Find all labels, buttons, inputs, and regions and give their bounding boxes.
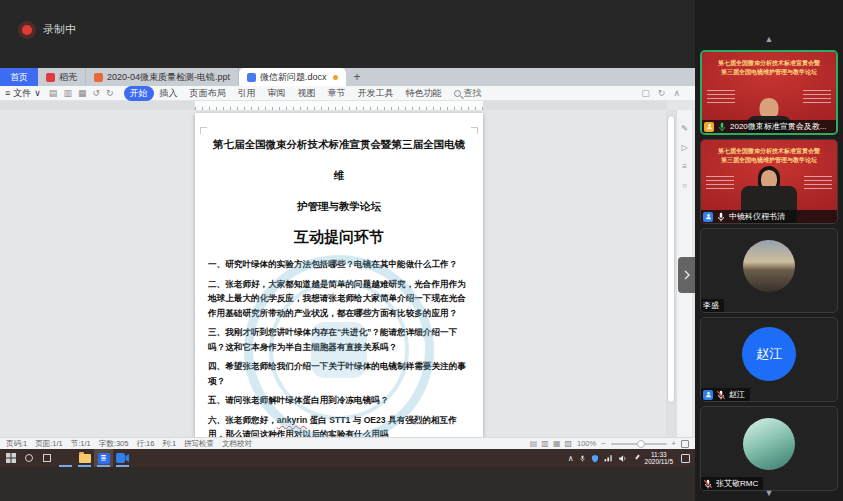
web-layout-icon[interactable]: ▦ [553, 439, 561, 448]
doc-subtitle: 互动提问环节 [208, 222, 470, 252]
status-section: 节:1/1 [71, 439, 91, 449]
participant-4-namebar: 赵江 [701, 388, 750, 401]
ribbon-tab-page-layout[interactable]: 页面布局 [184, 86, 232, 101]
ribbon-tab-view[interactable]: 视图 [292, 86, 322, 101]
ribbon-tab-special-features[interactable]: 特色功能 [400, 86, 448, 101]
participant-tile-5[interactable]: 张艾敬RMC [700, 406, 838, 491]
collapse-ribbon-icon[interactable]: ∧ [673, 88, 680, 98]
file-menu[interactable]: ≡ 文件 ∨ [5, 87, 41, 100]
wps-office-icon: ≣ [98, 453, 110, 464]
status-wordcount[interactable]: 字数:305 [99, 439, 129, 449]
question-6-pre: 六、张老师您好， [208, 415, 277, 425]
sidebar-collapse-handle[interactable] [678, 257, 695, 293]
tray-expand-icon[interactable]: ∧ [568, 454, 574, 463]
tab-ppt-label: 2020-04微束质量检测-电镜.ppt [107, 71, 230, 84]
preview-icon[interactable]: ▦ [78, 88, 87, 98]
participant-tile-3[interactable]: 李盛 [700, 228, 838, 313]
history-clock-icon[interactable]: ○ [682, 181, 687, 190]
tray-security-shield-icon[interactable] [591, 454, 599, 463]
wps-window: 首页 稻壳 2020-04微束质量检测-电镜.ppt 微信新问题.docx + … [0, 68, 695, 449]
cortana-circle-icon [25, 454, 33, 462]
mic-muted-icon [716, 390, 726, 400]
tab-docer-label: 稻壳 [59, 71, 77, 84]
banner-small-text-left [707, 90, 735, 106]
zoom-out-button[interactable]: − [601, 439, 605, 448]
tab-ppt-document[interactable]: 2020-04微束质量检测-电镜.ppt [86, 68, 239, 86]
participant-tile-4[interactable]: 赵江 赵江 [700, 317, 838, 402]
start-button[interactable] [2, 449, 20, 467]
ribbon-tab-insert[interactable]: 插入 [154, 86, 184, 101]
zoom-slider-knob[interactable] [637, 440, 645, 448]
zoom-in-button[interactable]: + [672, 439, 676, 448]
participant-3-name: 李盛 [703, 300, 719, 311]
participant-2-name: 中镜科仪程书清 [729, 211, 785, 222]
meeting-window: 录制中 首页 稻壳 2020-04微束质量检测-电镜.ppt 微信新问题.doc… [0, 0, 843, 501]
search-button[interactable] [20, 449, 38, 467]
edit-pen-icon[interactable]: ✎ [681, 124, 688, 133]
taskbar-clock[interactable]: 11:33 2020/11/5 [645, 451, 673, 466]
taskbar-app-wps-office[interactable]: ≣ [94, 449, 113, 467]
participant-5-avatar [743, 418, 795, 470]
status-page: 页码:1 [6, 439, 27, 449]
fit-page-icon[interactable] [681, 440, 689, 448]
ribbon-tab-review[interactable]: 审阅 [262, 86, 292, 101]
participant-1-name: 2020微束标准宣贯会及教... [730, 121, 826, 132]
zoom-level[interactable]: 100% [577, 439, 596, 448]
tab-home[interactable]: 首页 [0, 68, 38, 86]
tab-docer[interactable]: 稻壳 [38, 68, 86, 86]
question-4: 四、希望张老师给我们介绍一下关于叶绿体的电镜制样需要关注的事项？ [208, 359, 470, 388]
scroll-down-button[interactable]: ▼ [695, 488, 843, 498]
question-6: 六、张老师您好，ankyrin 蛋白 STT1 与 OE23 具有强烈的相互作用… [208, 413, 470, 438]
hamburger-icon: ≡ [5, 88, 10, 98]
action-center-icon[interactable] [681, 454, 690, 463]
document-page[interactable]: 第七届全国微束分析技术标准宣贯会暨第三届全国电镜维 护管理与教学论坛 互动提问环… [195, 113, 483, 437]
tray-mic-icon[interactable] [579, 454, 586, 463]
tray-volume-icon[interactable] [618, 454, 627, 463]
scrollbar-thumb[interactable] [667, 115, 675, 403]
question-3: 三、我刚才听到您讲叶绿体内存在“共进化”？能请您详细介绍一下吗？这和它本身作为半… [208, 325, 470, 354]
horizontal-ruler [0, 101, 667, 110]
task-view-button[interactable] [38, 449, 56, 467]
reflow-icon[interactable]: ≡ [682, 162, 687, 171]
taskbar-app-wps-writer[interactable]: W [56, 449, 75, 467]
mic-on-icon [717, 122, 727, 132]
tab-home-label: 首页 [10, 71, 28, 84]
participants-sidebar: ▲ 第七届全国微束分析技术标准宣贯会暨 第三届全国电镜维护管理与教学论坛 202… [695, 0, 843, 501]
new-tab-button[interactable]: + [346, 68, 369, 86]
doc-title-line2: 护管理与教学论坛 [208, 191, 470, 222]
ribbon-tab-section[interactable]: 章节 [322, 86, 352, 101]
read-mode-icon[interactable]: ▤ [530, 439, 538, 448]
tray-pen-icon[interactable] [632, 454, 640, 462]
print-icon[interactable]: ▥ [63, 88, 72, 98]
ribbon-tab-references[interactable]: 引用 [232, 86, 262, 101]
undo-icon[interactable]: ↺ [92, 88, 100, 98]
status-pages: 页面:1/1 [35, 439, 63, 449]
zoom-slider[interactable] [611, 443, 667, 445]
ribbon-tab-dev-tools[interactable]: 开发工具 [352, 86, 400, 101]
save-icon[interactable]: ▤ [49, 88, 58, 98]
print-layout-icon[interactable]: ▥ [541, 439, 549, 448]
recording-indicator[interactable]: 录制中 [22, 22, 76, 37]
ribbon-tab-home[interactable]: 开始 [124, 86, 154, 101]
banner-title-line1: 第七届全国微束分析技术标准宣贯会暨 [705, 147, 833, 155]
participant-tile-2[interactable]: 第七届全国微束分析技术标准宣贯会暨 第三届全国电镜维护管理与教学论坛 中镜科仪程… [700, 139, 838, 224]
system-tray: ∧ 11:33 2020/11/5 [568, 451, 693, 466]
tray-network-icon[interactable] [604, 454, 613, 462]
sync-icon[interactable]: ↻ [658, 88, 666, 98]
select-cursor-icon[interactable]: ▷ [681, 143, 687, 152]
find-button[interactable]: 查找 [454, 87, 482, 100]
scroll-up-button[interactable]: ▲ [695, 34, 843, 44]
menu-right-icons: ▢ ↻ ∧ [641, 88, 690, 98]
vertical-scrollbar[interactable] [666, 110, 676, 437]
taskbar-app-file-explorer[interactable] [75, 449, 94, 467]
tab-doc-label: 微信新问题.docx [260, 71, 327, 84]
redo-icon[interactable]: ↻ [106, 88, 114, 98]
status-column: 列:1 [162, 439, 176, 449]
tab-word-document-active[interactable]: 微信新问题.docx [239, 68, 346, 86]
comment-icon[interactable]: ▢ [641, 88, 650, 98]
participant-tile-1[interactable]: 第七届全国微束分析技术标准宣贯会暨 第三届全国电镜维护管理与教学论坛 2020微… [700, 50, 838, 135]
spellcheck-button[interactable]: 拼写检查 [184, 439, 214, 449]
outline-mode-icon[interactable]: ▧ [564, 439, 572, 448]
proofread-button[interactable]: 文档校对 [222, 439, 252, 449]
taskbar-app-meeting[interactable] [113, 449, 132, 467]
